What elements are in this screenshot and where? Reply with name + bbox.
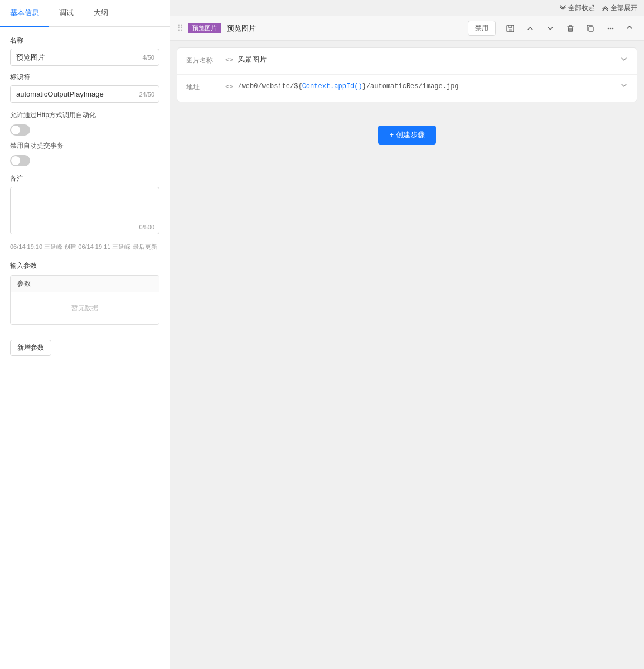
params-section-title: 输入参数 <box>10 261 159 271</box>
identifier-input[interactable] <box>11 86 159 102</box>
svg-rect-2 <box>589 27 593 31</box>
chevron-down-icon <box>620 55 628 63</box>
create-step-button[interactable]: + 创建步骤 <box>378 126 435 145</box>
tab-basic[interactable]: 基本信息 <box>0 0 49 27</box>
down-arrow-icon <box>546 24 555 33</box>
form-section: 名称 4/50 标识符 24/50 允许通过Http方式调用自动化 禁用自动提交… <box>0 27 170 669</box>
tab-debug[interactable]: 调试 <box>49 0 84 27</box>
chevron-up-icon <box>625 23 634 32</box>
disable-button[interactable]: 禁用 <box>468 21 496 36</box>
address-highlight: Context.appId() <box>302 83 362 90</box>
move-up-button[interactable] <box>521 22 539 35</box>
right-content: ⠿ 预览图片 预览图片 禁用 <box>170 16 644 669</box>
address-label: 地址 <box>186 81 225 92</box>
right-panel: 全部收起 全部展开 ⠿ 预览图片 预览图片 禁用 <box>170 0 644 669</box>
name-char-count: 4/50 <box>143 54 154 61</box>
copy-icon <box>586 24 595 33</box>
delete-icon <box>566 24 575 33</box>
image-name-code-icon: <> <box>225 56 233 64</box>
expand-all-button[interactable]: 全部展开 <box>602 3 637 13</box>
meta-info: 06/14 19:10 王延峰 创建 06/14 19:11 王延嵘 最后更新 <box>10 242 159 252</box>
add-param-button[interactable]: 新增参数 <box>10 340 51 356</box>
create-step-area: + 创建步骤 <box>170 109 644 161</box>
transaction-toggle[interactable] <box>10 155 30 166</box>
tabs-bar: 基本信息 调试 大纲 <box>0 0 170 27</box>
image-name-label: 图片名称 <box>186 55 225 65</box>
identifier-char-count: 24/50 <box>139 91 154 98</box>
http-toggle-row <box>10 124 159 136</box>
collapse-all-button[interactable]: 全部收起 <box>559 3 595 13</box>
http-toggle[interactable] <box>10 124 30 136</box>
address-value: /web0/website/${Context.appId()}/automat… <box>238 83 616 90</box>
params-header: 参数 <box>11 276 159 292</box>
image-name-row: 图片名称 <> 风景图片 <box>177 48 637 75</box>
http-toggle-label: 允许通过Http方式调用自动化 <box>10 110 159 120</box>
top-bar: 全部收起 全部展开 <box>170 0 644 16</box>
name-input[interactable] <box>11 49 159 65</box>
up-arrow-icon <box>526 24 535 33</box>
svg-point-5 <box>612 27 614 29</box>
image-name-value: 风景图片 <box>238 55 616 65</box>
note-char-count: 0/500 <box>139 224 154 230</box>
node-header-bar: ⠿ 预览图片 预览图片 禁用 <box>170 16 644 41</box>
svg-rect-1 <box>509 29 512 32</box>
save-icon-button[interactable] <box>501 22 519 35</box>
identifier-label: 标识符 <box>10 73 159 82</box>
note-label: 备注 <box>10 174 159 184</box>
save-icon <box>506 24 515 33</box>
node-body: 图片名称 <> 风景图片 地址 <> /web0/website/${Conte… <box>177 47 637 102</box>
note-input-wrapper: 0/500 <box>10 187 159 234</box>
collapse-all-label: 全部收起 <box>568 3 595 13</box>
svg-point-4 <box>610 27 612 29</box>
params-empty: 暂无数据 <box>11 292 159 324</box>
divider <box>10 333 159 333</box>
more-button[interactable] <box>602 22 619 35</box>
address-row: 地址 <> /web0/website/${Context.appId()}/a… <box>177 75 637 102</box>
tab-outline[interactable]: 大纲 <box>84 0 118 27</box>
identifier-input-wrapper: 24/50 <box>10 85 159 103</box>
expand-icon <box>602 4 609 12</box>
address-value-container: <> /web0/website/${Context.appId()}/auto… <box>225 81 628 91</box>
chevron-down-icon-2 <box>620 81 628 89</box>
drag-handle[interactable]: ⠿ <box>177 23 183 33</box>
delete-button[interactable] <box>561 22 579 35</box>
collapse-icon <box>559 4 566 12</box>
more-icon <box>606 24 615 33</box>
move-down-button[interactable] <box>541 22 559 35</box>
node-title: 预览图片 <box>227 23 468 33</box>
transaction-toggle-row <box>10 155 159 166</box>
params-column-label: 参数 <box>17 279 31 288</box>
name-input-wrapper: 4/50 <box>10 49 159 66</box>
address-expand-btn[interactable] <box>620 81 628 91</box>
name-label: 名称 <box>10 36 159 45</box>
expand-all-label: 全部展开 <box>611 3 637 13</box>
svg-point-3 <box>608 27 609 29</box>
node-tag: 预览图片 <box>188 23 221 33</box>
node-expand-button[interactable] <box>622 21 637 36</box>
copy-button[interactable] <box>582 22 599 35</box>
note-textarea[interactable] <box>11 187 159 232</box>
left-panel: 基本信息 调试 大纲 名称 4/50 标识符 24/50 允许通过Http方式调… <box>0 0 170 669</box>
image-name-expand-btn[interactable] <box>620 55 628 65</box>
node-actions: 禁用 <box>468 21 637 36</box>
image-name-value-container: <> 风景图片 <box>225 55 628 65</box>
params-table: 参数 暂无数据 <box>10 275 159 325</box>
address-code-icon: <> <box>225 83 233 90</box>
transaction-toggle-label: 禁用自动提交事务 <box>10 141 159 151</box>
